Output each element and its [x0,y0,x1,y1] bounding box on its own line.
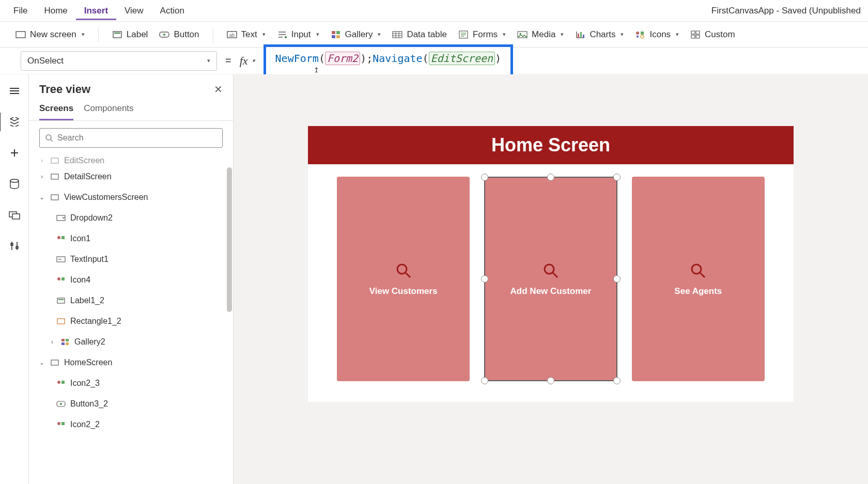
left-rail [0,74,29,484]
canvas-area[interactable]: Home Screen View Customers Add New Custo… [234,74,868,484]
canvas-screen[interactable]: Home Screen View Customers Add New Custo… [308,126,794,402]
tree-item-editscreen-partial[interactable]: › EditScreen [33,155,229,166]
media-rail-icon[interactable] [7,208,22,222]
forms-button[interactable]: Forms ▾ [453,26,511,43]
chevron-right-icon: › [38,157,45,164]
menu-home[interactable]: Home [36,2,75,20]
tree-item-button3-2[interactable]: Button3_2 [33,394,229,414]
tree-item-icon2-2[interactable]: Icon2_2 [33,414,229,435]
svg-point-55 [692,264,701,274]
custom-button[interactable]: Custom [685,26,740,43]
tree-item-icon4[interactable]: Icon4 [33,270,229,290]
tree-item-label: Gallery2 [74,337,105,347]
tree-item-viewcustomersscreen[interactable]: ⌄ ViewCustomersScreen [33,187,229,208]
menu-action[interactable]: Action [152,2,193,20]
tree-view-icon[interactable] [7,115,22,129]
label-icon [56,296,66,305]
text-icon: ab [227,30,237,39]
svg-point-35 [57,236,60,239]
svg-point-3 [163,34,165,36]
close-icon[interactable]: ✕ [214,83,223,96]
formula-text: NewForm(Form2);Navigate(EditScreen) [275,52,502,65]
label-button[interactable]: Label [107,26,153,43]
tree-tabs: Screens Components [29,100,233,121]
scrollbar[interactable] [227,167,232,312]
resize-handle[interactable] [613,377,621,384]
media-button[interactable]: Media ▾ [512,26,569,43]
tools-icon[interactable] [7,239,22,253]
svg-point-30 [46,135,51,140]
chevron-down-icon: ▾ [503,31,506,38]
tree-item-homescreen[interactable]: ⌄ HomeScreen [33,352,229,373]
resize-handle[interactable] [481,174,488,181]
tree-list: › EditScreen › DetailScreen ⌄ ViewCustom… [29,155,233,484]
tree-view-panel: Tree view ✕ Screens Components › EditScr… [29,74,234,484]
search-field[interactable] [57,133,217,143]
tree-item-label: Label1_2 [70,296,104,305]
tree-item-gallery2[interactable]: › Gallery2 [33,332,229,352]
tree-item-label: DetailScreen [64,172,112,181]
tree-item-detailscreen[interactable]: › DetailScreen [33,166,229,187]
gallery-button[interactable]: Gallery ▾ [326,26,386,43]
tree-item-dropdown2[interactable]: Dropdown2 [33,208,229,228]
data-table-button[interactable]: Data table [387,26,452,43]
tree-item-textinput1[interactable]: TextInput1 [33,249,229,270]
chevron-down-icon: ▾ [561,31,564,38]
tree-item-label: Icon4 [70,275,90,285]
custom-icon [690,30,701,39]
svg-rect-21 [691,31,695,34]
resize-handle[interactable] [547,377,554,384]
gallery-icon [331,30,341,39]
tree-item-icon1[interactable]: Icon1 [33,228,229,249]
card-view-customers[interactable]: View Customers [337,177,470,381]
tree-item-label1-2[interactable]: Label1_2 [33,290,229,311]
card-add-new-customer[interactable]: Add New Customer [484,177,617,381]
svg-point-6 [285,36,287,38]
data-table-label: Data table [407,29,447,40]
input-label: Input [291,29,311,40]
tab-components[interactable]: Components [84,103,133,120]
property-selector[interactable]: OnSelect ▾ [21,51,217,71]
cards-row: View Customers Add New Customer [308,164,794,402]
menu-view[interactable]: View [116,2,152,20]
search-icon [45,134,53,142]
resize-handle[interactable] [613,174,621,181]
fx-label[interactable]: fx ▾ [240,54,255,68]
charts-button[interactable]: Charts ▾ [570,26,629,43]
svg-rect-41 [57,319,65,324]
charts-label: Charts [590,29,615,40]
menu-insert[interactable]: Insert [76,2,116,20]
tree-item-rectangle1-2[interactable]: Rectangle1_2 [33,311,229,332]
tree-item-icon2-3[interactable]: Icon2_3 [33,373,229,394]
equals-sign: = [225,55,231,67]
svg-point-47 [57,381,60,384]
insert-icon[interactable] [7,146,22,160]
svg-point-50 [60,403,62,405]
icons-button[interactable]: Icons ▾ [630,26,684,43]
input-button[interactable]: Input ▾ [272,26,324,43]
svg-rect-22 [696,31,700,34]
resize-handle[interactable] [547,174,554,181]
button-button[interactable]: Button [154,26,204,43]
fx-text: fx [240,54,248,68]
text-button[interactable]: ab Text ▾ [222,26,271,43]
resize-handle[interactable] [481,377,488,384]
shapes-icon [56,379,66,387]
card-see-agents[interactable]: See Agents [632,177,765,381]
screen-title[interactable]: Home Screen [308,126,794,164]
hamburger-icon[interactable] [7,84,22,98]
svg-rect-17 [583,35,584,38]
shapes-icon [56,420,66,429]
resize-handle[interactable] [481,275,488,283]
formula-bar: OnSelect ▾ = fx ▾ NewForm(Form2);Navigat… [0,48,868,74]
tab-screens[interactable]: Screens [39,103,73,120]
data-icon[interactable] [7,177,22,191]
caret-indicator: ↥ [314,66,319,74]
resize-handle[interactable] [613,275,621,283]
menu-file[interactable]: File [5,2,36,20]
search-input[interactable] [39,128,223,148]
icons-label: Icons [649,29,671,40]
chevron-down-icon: ⌄ [38,194,45,201]
formula-input-highlight[interactable]: NewForm(Form2);Navigate(EditScreen) ↥ [264,44,514,77]
new-screen-button[interactable]: New screen ▾ [10,26,90,43]
